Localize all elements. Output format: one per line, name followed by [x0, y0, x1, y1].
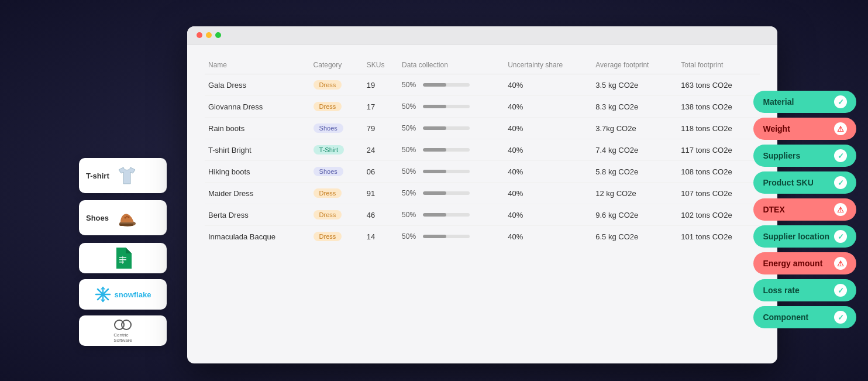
cell-total-footprint: 107 tons CO2e: [677, 183, 760, 204]
svg-point-1: [125, 217, 126, 219]
table-row[interactable]: Inmaculada Bacque Dress 14 50% 40% 6.5 k…: [205, 226, 760, 248]
cell-collection: 50%: [398, 204, 504, 226]
badge-label: Supplier location: [763, 232, 829, 241]
badge-label: DTEX: [763, 205, 784, 214]
badge-status-icon: ⚠: [834, 122, 847, 135]
col-total-footprint: Total footprint: [677, 56, 760, 74]
cell-name: Berta Dress: [205, 204, 310, 226]
cell-avg-footprint: 7.4 kg CO2e: [592, 139, 677, 161]
dot-green-btn: [215, 32, 221, 38]
table-row[interactable]: Giovanna Dress Dress 17 50% 40% 8.3 kg C…: [205, 96, 760, 118]
cell-collection: 50%: [398, 96, 504, 118]
tshirt-icon: [114, 163, 140, 188]
col-name: Name: [205, 56, 310, 74]
svg-rect-6: [119, 262, 124, 263]
browser-window: Name Category SKUs Data collection Uncer…: [187, 26, 777, 363]
table-row[interactable]: Rain boots Shoes 79 50% 40% 3.7kg CO2e 1…: [205, 118, 760, 139]
cell-uncertainty: 40%: [504, 204, 592, 226]
cell-uncertainty: 40%: [504, 74, 592, 96]
cell-total-footprint: 117 tons CO2e: [677, 139, 760, 161]
cell-category: T-Shirt: [310, 139, 363, 161]
cell-skus: 19: [363, 74, 398, 96]
badge-suppliers[interactable]: Suppliers ✓: [753, 145, 856, 167]
cell-total-footprint: 163 tons CO2e: [677, 74, 760, 96]
browser-titlebar: [187, 26, 777, 44]
col-category: Category: [310, 56, 363, 74]
cell-uncertainty: 40%: [504, 118, 592, 139]
badge-supplier-location[interactable]: Supplier location ✓: [753, 225, 856, 248]
cell-name: Maider Dress: [205, 183, 310, 204]
badge-energy-amount[interactable]: Energy amount ⚠: [753, 252, 856, 274]
badge-weight[interactable]: Weight ⚠: [753, 118, 856, 140]
badge-label: Weight: [763, 124, 790, 133]
cell-collection: 50%: [398, 183, 504, 204]
dot-yellow: [206, 32, 212, 38]
tshirt-card[interactable]: T-shirt: [79, 158, 167, 193]
col-avg-footprint: Average footprint: [592, 56, 677, 74]
badge-component[interactable]: Component ✓: [753, 306, 856, 328]
cell-uncertainty: 40%: [504, 183, 592, 204]
badge-product-sku[interactable]: Product SKU ✓: [753, 171, 856, 194]
badge-label: Energy amount: [763, 259, 822, 268]
cell-category: Dress: [310, 183, 363, 204]
cell-uncertainty: 40%: [504, 226, 592, 248]
cell-name: T-shirt Bright: [205, 139, 310, 161]
shoes-card[interactable]: Shoes: [79, 200, 167, 235]
col-data-collection: Data collection: [398, 56, 504, 74]
cell-avg-footprint: 12 kg CO2e: [592, 183, 677, 204]
cell-collection: 50%: [398, 139, 504, 161]
cell-uncertainty: 40%: [504, 139, 592, 161]
right-badges: Material ✓ Weight ⚠ Suppliers ✓ Product …: [753, 91, 856, 328]
cell-category: Dress: [310, 226, 363, 248]
cell-category: Dress: [310, 96, 363, 118]
svg-rect-7: [122, 256, 123, 264]
cell-skus: 14: [363, 226, 398, 248]
snowflake-card[interactable]: snowflake: [79, 279, 167, 310]
badge-status-icon: ✓: [834, 149, 847, 162]
badge-status-icon: ✓: [834, 311, 847, 324]
cell-name: Gala Dress: [205, 74, 310, 96]
col-uncertainty: Uncertainty share: [504, 56, 592, 74]
badge-status-icon: ✓: [834, 95, 847, 108]
cell-total-footprint: 108 tons CO2e: [677, 161, 760, 183]
svg-point-17: [122, 320, 131, 329]
badge-label: Loss rate: [763, 286, 799, 295]
table-row[interactable]: T-shirt Bright T-Shirt 24 50% 40% 7.4 kg…: [205, 139, 760, 161]
badge-dtex[interactable]: DTEX ⚠: [753, 198, 856, 221]
cell-category: Dress: [310, 204, 363, 226]
products-table: Name Category SKUs Data collection Uncer…: [205, 56, 760, 247]
badge-status-icon: ⚠: [834, 203, 847, 216]
cell-skus: 91: [363, 183, 398, 204]
cell-avg-footprint: 3.5 kg CO2e: [592, 74, 677, 96]
badge-material[interactable]: Material ✓: [753, 91, 856, 113]
svg-point-2: [126, 216, 128, 218]
cell-category: Dress: [310, 74, 363, 96]
table-row[interactable]: Maider Dress Dress 91 50% 40% 12 kg CO2e…: [205, 183, 760, 204]
svg-point-3: [128, 217, 130, 218]
cell-collection: 50%: [398, 226, 504, 248]
centric-logo: CentricSoftware: [113, 318, 132, 343]
dot-red: [197, 32, 202, 38]
cell-avg-footprint: 6.5 kg CO2e: [592, 226, 677, 248]
datasource-cards: snowflake CentricSoftware: [79, 243, 167, 346]
badge-loss-rate[interactable]: Loss rate ✓: [753, 279, 856, 301]
cell-total-footprint: 138 tons CO2e: [677, 96, 760, 118]
sheets-card[interactable]: [79, 243, 167, 273]
cell-uncertainty: 40%: [504, 96, 592, 118]
centric-card[interactable]: CentricSoftware: [79, 315, 167, 346]
cell-collection: 50%: [398, 74, 504, 96]
cell-collection: 50%: [398, 161, 504, 183]
cell-skus: 06: [363, 161, 398, 183]
badge-status-icon: ✓: [834, 176, 847, 189]
badge-label: Suppliers: [763, 151, 800, 160]
cell-name: Inmaculada Bacque: [205, 226, 310, 248]
table-row[interactable]: Gala Dress Dress 19 50% 40% 3.5 kg CO2e …: [205, 74, 760, 96]
table-row[interactable]: Berta Dress Dress 46 50% 40% 9.6 kg CO2e…: [205, 204, 760, 226]
table-row[interactable]: Hiking boots Shoes 06 50% 40% 5.8 kg CO2…: [205, 161, 760, 183]
cell-total-footprint: 118 tons CO2e: [677, 118, 760, 139]
shoes-label: Shoes: [86, 214, 109, 222]
cell-avg-footprint: 9.6 kg CO2e: [592, 204, 677, 226]
snowflake-label: snowflake: [115, 290, 151, 299]
cell-skus: 79: [363, 118, 398, 139]
cell-uncertainty: 40%: [504, 161, 592, 183]
